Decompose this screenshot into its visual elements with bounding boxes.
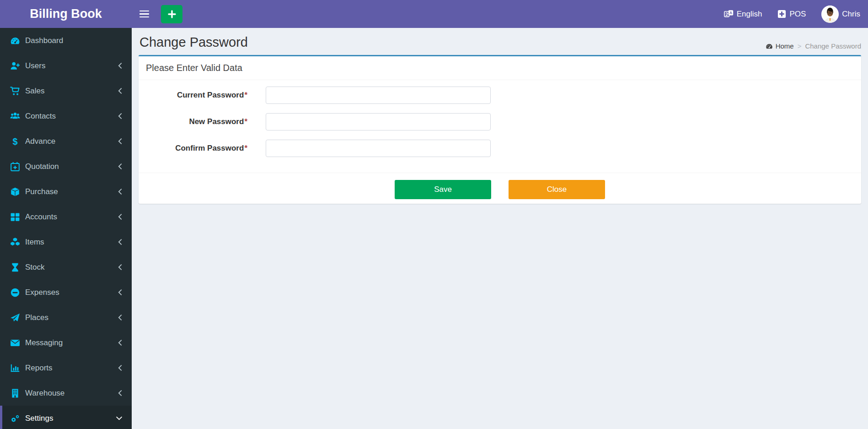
minus-circle-icon xyxy=(10,288,21,298)
chevron-left-icon xyxy=(118,138,123,145)
chevron-left-icon xyxy=(118,339,123,346)
sidebar-label: Places xyxy=(25,313,48,322)
sidebar-label: Reports xyxy=(25,364,53,373)
sidebar-label: Dashboard xyxy=(25,36,63,45)
chevron-left-icon xyxy=(118,213,123,220)
sidebar-item-items[interactable]: Items xyxy=(0,229,132,255)
hourglass-icon xyxy=(10,262,21,272)
sidebar-item-reports[interactable]: Reports xyxy=(0,355,132,380)
pos-label: POS xyxy=(789,10,806,19)
sidebar-label: Warehouse xyxy=(25,389,64,398)
breadcrumb-home-label: Home xyxy=(776,42,794,50)
sidebar-label: Accounts xyxy=(25,212,57,222)
navbar-strip: A English POS xyxy=(132,0,868,28)
plus-square-icon xyxy=(777,10,786,18)
breadcrumb-current: Change Password xyxy=(805,42,861,50)
users-icon xyxy=(10,111,21,121)
sidebar-item-accounts[interactable]: Accounts xyxy=(0,204,132,229)
language-menu[interactable]: A English xyxy=(724,9,762,19)
cube-icon xyxy=(10,187,21,197)
sidebar-label: Sales xyxy=(25,87,45,96)
confirm-password-label: Confirm Password* xyxy=(139,144,266,153)
chevron-left-icon xyxy=(118,87,123,94)
envelope-icon xyxy=(10,338,21,348)
required-asterisk: * xyxy=(244,144,247,152)
sidebar-label: Advance xyxy=(25,137,55,146)
cart-icon xyxy=(10,86,21,96)
chevron-down-icon xyxy=(116,416,123,421)
tachometer-icon xyxy=(10,36,21,46)
chevron-left-icon xyxy=(118,163,123,170)
confirm-password-field[interactable] xyxy=(266,140,491,157)
new-password-label: New Password* xyxy=(139,117,266,126)
sidebar-item-expenses[interactable]: Expenses xyxy=(0,280,132,305)
app-logo[interactable]: Billing Book xyxy=(0,0,132,28)
chevron-left-icon xyxy=(118,113,123,119)
sidebar-label: Purchase xyxy=(25,187,58,196)
dashboard-icon xyxy=(766,43,773,50)
sidebar-item-users[interactable]: Users xyxy=(0,53,132,78)
chevron-left-icon xyxy=(118,314,123,321)
sidebar-item-messaging[interactable]: Messaging xyxy=(0,330,132,355)
save-button[interactable]: Save xyxy=(395,180,491,199)
current-password-field[interactable] xyxy=(266,87,491,104)
chevron-left-icon xyxy=(118,188,123,195)
chevron-left-icon xyxy=(118,264,123,271)
sidebar-toggle-button[interactable] xyxy=(139,5,155,23)
chevron-left-icon xyxy=(118,390,123,396)
quick-add-button[interactable] xyxy=(161,5,182,23)
content-header: Change Password Home > Change Password xyxy=(132,28,868,55)
sidebar-item-contacts[interactable]: Contacts xyxy=(0,103,132,129)
username-label: Chris xyxy=(842,10,860,19)
form-row-new-password: New Password* xyxy=(139,113,861,130)
cubes-icon xyxy=(10,237,21,247)
sidebar-item-advance[interactable]: $ Advance xyxy=(0,129,132,154)
sidebar-label: Quotation xyxy=(25,162,59,171)
plus-icon xyxy=(167,10,177,19)
sidebar-item-settings[interactable]: Settings xyxy=(0,406,132,429)
sidebar-item-sales[interactable]: Sales xyxy=(0,78,132,103)
chevron-left-icon xyxy=(118,62,123,69)
gears-icon xyxy=(10,413,21,424)
breadcrumb-home-link[interactable]: Home xyxy=(766,42,794,50)
language-icon: A xyxy=(724,9,734,19)
grid-icon xyxy=(10,212,21,222)
breadcrumb: Home > Change Password xyxy=(766,42,861,50)
bar-chart-icon xyxy=(10,363,21,373)
required-asterisk: * xyxy=(244,117,247,126)
required-asterisk: * xyxy=(244,91,247,99)
sidebar-label: Stock xyxy=(25,263,45,272)
sidebar-item-warehouse[interactable]: Warehouse xyxy=(0,380,132,406)
breadcrumb-separator: > xyxy=(798,42,802,50)
building-icon xyxy=(10,388,21,398)
card-footer: Save Close xyxy=(139,173,861,204)
sidebar-label: Settings xyxy=(25,414,53,423)
page-title: Change Password xyxy=(139,35,861,50)
new-password-field[interactable] xyxy=(266,113,491,130)
sidebar-label: Items xyxy=(25,238,44,247)
chevron-left-icon xyxy=(118,239,123,245)
card-title: Please Enter Valid Data xyxy=(139,56,861,80)
top-navbar: Billing Book A xyxy=(0,0,868,28)
sidebar-item-purchase[interactable]: Purchase xyxy=(0,179,132,204)
sidebar-label: Contacts xyxy=(25,112,56,121)
sidebar-label: Messaging xyxy=(25,338,63,348)
pos-menu[interactable]: POS xyxy=(777,10,806,19)
language-label: English xyxy=(737,10,762,19)
user-plus-icon xyxy=(10,61,21,71)
chevron-left-icon xyxy=(118,289,123,296)
change-password-card: Please Enter Valid Data Current Password… xyxy=(139,55,861,204)
close-button[interactable]: Close xyxy=(509,180,605,199)
navbar-right-menu: A English POS xyxy=(724,5,868,23)
chevron-left-icon xyxy=(118,364,123,371)
sidebar-item-stock[interactable]: Stock xyxy=(0,255,132,280)
form-row-current-password: Current Password* xyxy=(139,87,861,104)
main-content: Change Password Home > Change Password xyxy=(132,28,868,429)
sidebar-item-dashboard[interactable]: Dashboard xyxy=(0,28,132,53)
sidebar-label: Expenses xyxy=(25,288,59,297)
sidebar-nav: Dashboard Users xyxy=(0,28,132,429)
form-row-confirm-password: Confirm Password* xyxy=(139,140,861,157)
sidebar-item-places[interactable]: Places xyxy=(0,305,132,330)
sidebar-item-quotation[interactable]: Quotation xyxy=(0,154,132,179)
user-menu[interactable]: Chris xyxy=(821,5,860,23)
